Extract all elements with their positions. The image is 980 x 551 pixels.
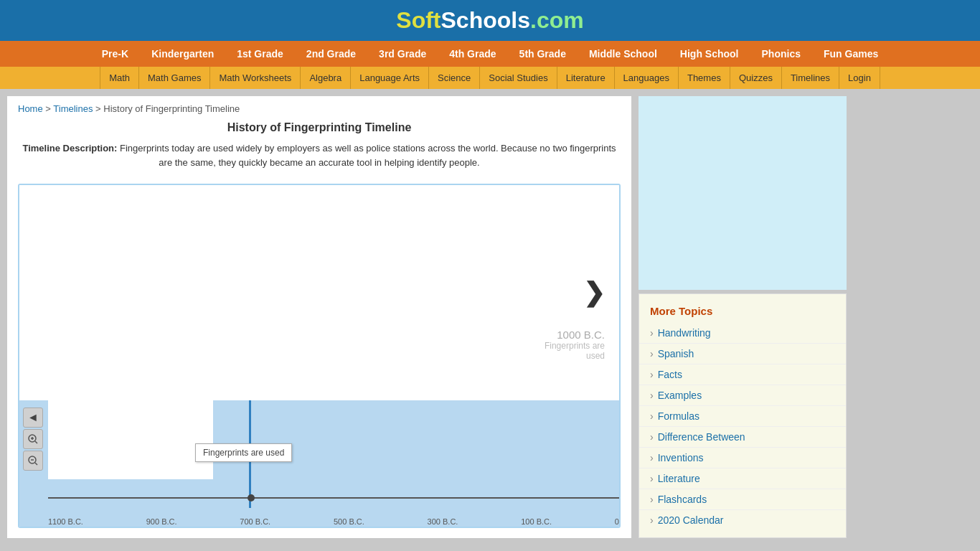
back-button[interactable]: ◄ — [23, 408, 43, 428]
more-topics-title: More Topics — [639, 301, 846, 323]
year-label: 300 B.C. — [428, 517, 458, 526]
nav-top-item-kindergarten[interactable]: Kindergarten — [140, 41, 225, 67]
description-text: Fingerprints today are used widely by em… — [120, 143, 616, 168]
content-area: Home > Timelines > History of Fingerprin… — [7, 96, 631, 538]
more-topics: More Topics HandwritingSpanishFactsExamp… — [639, 293, 847, 538]
timeline-tooltip: Fingerprints are used — [195, 443, 292, 462]
nav-sec-item-math-worksheets[interactable]: Math Worksheets — [210, 67, 301, 89]
nav-sec-item-timelines[interactable]: Timelines — [782, 67, 839, 89]
nav-sec-item-language-arts[interactable]: Language Arts — [351, 67, 429, 89]
timeline-ruler — [48, 497, 619, 512]
svg-line-3 — [35, 441, 37, 443]
nav-top-item-5th-grade[interactable]: 5th Grade — [508, 41, 578, 67]
nav-sec-item-login[interactable]: Login — [839, 67, 880, 89]
nav-top-item-pre-k[interactable]: Pre-K — [90, 41, 140, 67]
timeline-controls: ◄ — [23, 408, 43, 471]
site-logo[interactable]: SoftSchools.com — [396, 7, 583, 34]
nav-top: Pre-KKindergarten1st Grade2nd Grade3rd G… — [0, 41, 980, 67]
topic-link[interactable]: Inventions — [658, 452, 704, 463]
timeline-scroll[interactable]: ◄ — [19, 400, 619, 528]
topic-item-examples[interactable]: Examples — [639, 385, 846, 406]
nav-sec-item-languages[interactable]: Languages — [615, 67, 679, 89]
zoom-out-icon — [27, 455, 39, 466]
year-label: 500 B.C. — [334, 517, 364, 526]
sidebar: More Topics HandwritingSpanishFactsExamp… — [639, 96, 847, 538]
nav-sec-item-literature[interactable]: Literature — [557, 67, 615, 89]
year-labels: 1100 B.C.900 B.C.700 B.C.500 B.C.300 B.C… — [48, 517, 619, 526]
topic-link[interactable]: Literature — [658, 473, 700, 484]
topic-link[interactable]: Flashcards — [658, 494, 707, 505]
bc-desc-line1: Fingerprints are — [545, 341, 605, 351]
year-label: 900 B.C. — [146, 517, 177, 526]
timeline-dot — [248, 494, 255, 501]
nav-sec-item-math-games[interactable]: Math Games — [139, 67, 210, 89]
topic-item-spanish[interactable]: Spanish — [639, 344, 846, 364]
nav-top-item-high-school[interactable]: High School — [669, 41, 750, 67]
nav-top-item-fun-games[interactable]: Fun Games — [812, 41, 890, 67]
nav-sec-item-algebra[interactable]: Algebra — [301, 67, 351, 89]
topic-link[interactable]: Examples — [658, 390, 702, 401]
page-title: History of Fingerprinting Timeline — [7, 118, 631, 138]
main-container: Home > Timelines > History of Fingerprin… — [0, 89, 980, 545]
breadcrumb-sep1: > — [43, 103, 54, 114]
topic-link[interactable]: Facts — [658, 369, 682, 380]
ad-box — [639, 96, 847, 290]
nav-top-item-middle-school[interactable]: Middle School — [578, 41, 669, 67]
nav-top-item-2nd-grade[interactable]: 2nd Grade — [295, 41, 367, 67]
topic-item-flashcards[interactable]: Flashcards — [639, 489, 846, 510]
arrow-right-button[interactable]: ❯ — [583, 278, 605, 308]
nav-sec-item-science[interactable]: Science — [429, 67, 480, 89]
zoom-in-icon — [27, 433, 39, 445]
topic-item-literature[interactable]: Literature — [639, 468, 846, 489]
nav-sec-item-social-studies[interactable]: Social Studies — [480, 67, 557, 89]
breadcrumb: Home > Timelines > History of Fingerprin… — [7, 96, 631, 118]
topic-link[interactable]: 2020 Calendar — [658, 514, 724, 526]
topic-link[interactable]: Handwriting — [658, 327, 711, 339]
bc-desc-line2: used — [545, 351, 605, 361]
topic-item-formulas[interactable]: Formulas — [639, 406, 846, 427]
year-label: 1100 B.C. — [48, 517, 83, 526]
breadcrumb-sep2: > — [93, 103, 103, 114]
site-header: SoftSchools.com — [0, 0, 980, 41]
topic-item-difference-between[interactable]: Difference Between — [639, 427, 846, 448]
topic-link[interactable]: Formulas — [658, 410, 699, 422]
logo-schools: Schools — [441, 7, 530, 33]
timeline-white-block — [48, 400, 213, 479]
breadcrumb-home[interactable]: Home — [18, 103, 43, 114]
nav-sec-item-quizzes[interactable]: Quizzes — [730, 67, 782, 89]
year-label: 0 — [615, 517, 619, 526]
logo-soft: Soft — [396, 7, 440, 33]
topic-item-facts[interactable]: Facts — [639, 364, 846, 385]
zoom-in-button[interactable] — [23, 429, 43, 449]
timeline-wrapper: ❯ 1000 B.C. Fingerprints are used ◄ — [18, 184, 621, 528]
timeline-main: ❯ 1000 B.C. Fingerprints are used — [19, 185, 619, 400]
description: Timeline Description: Fingerprints today… — [7, 138, 631, 176]
topic-item-inventions[interactable]: Inventions — [639, 448, 846, 468]
nav-top-item-4th-grade[interactable]: 4th Grade — [438, 41, 507, 67]
topic-item-handwriting[interactable]: Handwriting — [639, 323, 846, 344]
bc-year: 1000 B.C. — [545, 329, 605, 341]
breadcrumb-current: History of Fingerprinting Timeline — [103, 103, 240, 114]
year-label: 700 B.C. — [240, 517, 270, 526]
logo-com: .com — [530, 7, 584, 33]
topic-link[interactable]: Difference Between — [658, 431, 745, 443]
nav-sec-item-themes[interactable]: Themes — [679, 67, 730, 89]
nav-sec-item-math[interactable]: Math — [100, 67, 139, 89]
zoom-out-button[interactable] — [23, 451, 43, 471]
year-label: 100 B.C. — [521, 517, 552, 526]
nav-top-item-1st-grade[interactable]: 1st Grade — [225, 41, 295, 67]
nav-secondary: MathMath GamesMath WorksheetsAlgebraLang… — [0, 67, 980, 89]
breadcrumb-timelines[interactable]: Timelines — [53, 103, 93, 114]
topic-item-2020-calendar[interactable]: 2020 Calendar — [639, 510, 846, 530]
topic-link[interactable]: Spanish — [658, 348, 694, 359]
nav-top-item-phonics[interactable]: Phonics — [750, 41, 812, 67]
bc-label: 1000 B.C. Fingerprints are used — [545, 329, 605, 361]
nav-top-item-3rd-grade[interactable]: 3rd Grade — [367, 41, 438, 67]
description-label: Timeline Description: — [22, 143, 117, 154]
svg-line-6 — [35, 463, 37, 465]
